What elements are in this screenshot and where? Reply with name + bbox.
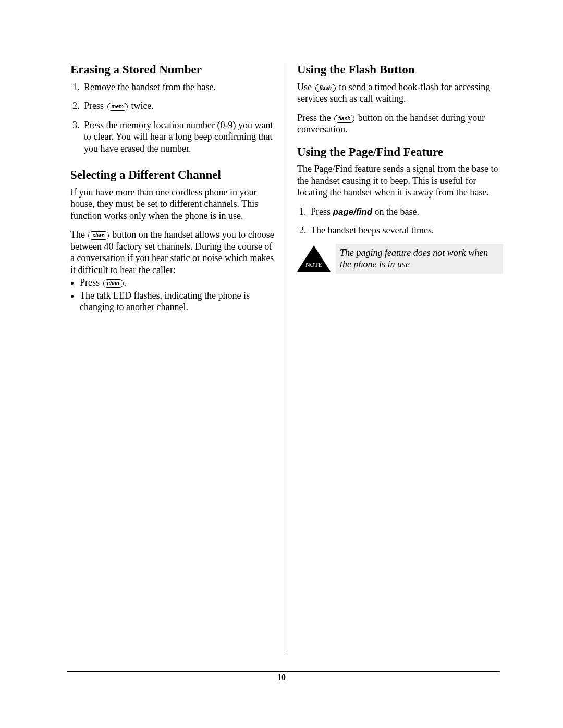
text: Press bbox=[84, 101, 106, 111]
page: Erasing a Stored Number Remove the hands… bbox=[0, 0, 563, 728]
column-left: Erasing a Stored Number Remove the hands… bbox=[70, 63, 287, 314]
text: twice. bbox=[129, 101, 154, 111]
page-find-label: page/find bbox=[333, 207, 373, 217]
list-item: Press page/find on the base. bbox=[309, 206, 503, 218]
footer-divider bbox=[67, 671, 500, 672]
note-text: The paging feature does not work when th… bbox=[336, 244, 503, 274]
text: Use bbox=[297, 82, 314, 92]
list-item: Press mem twice. bbox=[82, 100, 276, 112]
paragraph: Use flash to send a timed hook-flash for… bbox=[297, 81, 503, 105]
column-right: Using the Flash Button Use flash to send… bbox=[287, 63, 503, 314]
channel-bullets: Press chan. The talk LED flashes, indica… bbox=[70, 277, 276, 313]
text: Press bbox=[311, 206, 333, 217]
list-item: Press chan. bbox=[80, 277, 276, 289]
text: on the base. bbox=[372, 206, 419, 217]
text: . bbox=[125, 277, 127, 288]
list-item: Remove the handset from the base. bbox=[82, 81, 276, 93]
list-item: Press the memory location number (0-9) y… bbox=[82, 119, 276, 155]
heading-selecting-channel: Selecting a Different Channel bbox=[70, 168, 276, 182]
heading-flash-button: Using the Flash Button bbox=[297, 63, 503, 77]
text: The bbox=[70, 229, 87, 240]
paragraph: Press the flash button on the handset du… bbox=[297, 112, 503, 135]
pagefind-steps: Press page/find on the base. The handset… bbox=[297, 206, 503, 237]
list-item: The talk LED flashes, indicating the pho… bbox=[80, 290, 276, 313]
page-number: 10 bbox=[0, 673, 563, 682]
note-callout: NOTE The paging feature does not work wh… bbox=[297, 244, 503, 274]
heading-erasing-stored-number: Erasing a Stored Number bbox=[70, 63, 276, 77]
chan-button-icon: chan bbox=[103, 279, 124, 288]
mem-button-icon: mem bbox=[107, 103, 128, 111]
list-item: The handset beeps several times. bbox=[309, 225, 503, 237]
text: Press bbox=[80, 277, 102, 288]
text: Press the bbox=[297, 113, 333, 123]
flash-button-icon: flash bbox=[334, 115, 354, 123]
heading-page-find: Using the Page/Find Feature bbox=[297, 145, 503, 159]
chan-button-icon: chan bbox=[88, 231, 108, 240]
paragraph: The chan button on the handset allows yo… bbox=[70, 229, 276, 276]
erase-steps: Remove the handset from the base. Press … bbox=[70, 81, 276, 155]
paragraph: If you have more than one cordless phone… bbox=[70, 187, 276, 222]
note-triangle-icon: NOTE bbox=[297, 245, 331, 272]
note-label: NOTE bbox=[301, 261, 327, 269]
paragraph: The Page/Find feature sends a signal fro… bbox=[297, 163, 503, 199]
column-divider bbox=[287, 63, 287, 654]
flash-button-icon: flash bbox=[315, 84, 336, 92]
